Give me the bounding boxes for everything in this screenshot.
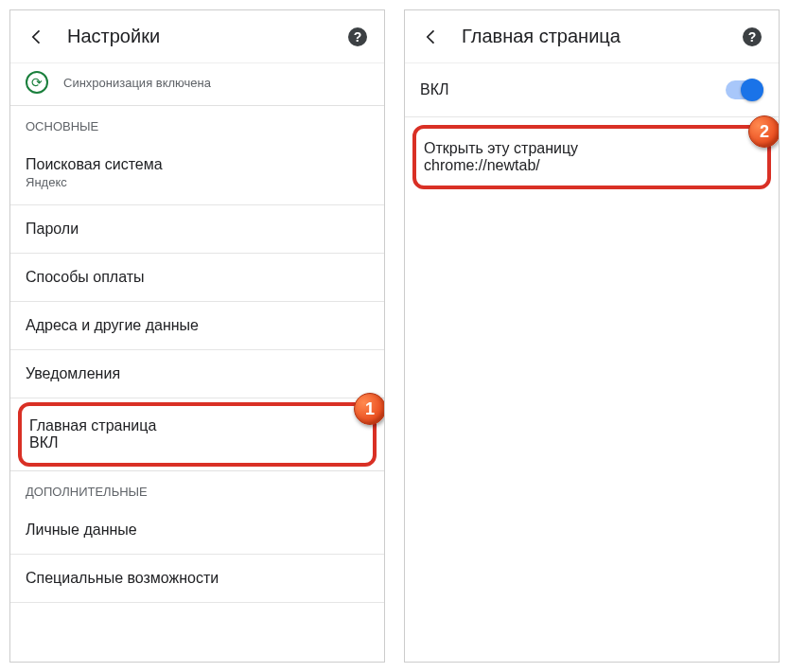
appbar-title: Главная страница: [462, 26, 722, 47]
callout-badge-2: 2: [748, 115, 779, 148]
sync-row[interactable]: ⟳ Синхронизация включена: [10, 63, 384, 105]
item-value: ВКЛ: [29, 434, 365, 451]
item-label: Адреса и другие данные: [26, 317, 369, 334]
settings-content: ⟳ Синхронизация включена ОСНОВНЫЕ Поиско…: [10, 63, 384, 662]
toggle-label: ВКЛ: [420, 81, 449, 98]
help-icon[interactable]: ?: [741, 26, 763, 48]
highlight-open-page: Открыть эту страницу chrome://newtab/ 2: [412, 125, 771, 189]
help-icon[interactable]: ?: [346, 26, 369, 48]
appbar: Настройки ?: [10, 10, 384, 63]
item-value: Яндекс: [26, 175, 369, 189]
back-arrow-icon[interactable]: [420, 26, 443, 48]
item-passwords[interactable]: Пароли: [10, 205, 384, 254]
appbar: Главная страница ?: [405, 10, 779, 63]
appbar-title: Настройки: [67, 26, 327, 47]
item-label: Главная страница: [29, 417, 365, 434]
callout-badge-1: 1: [354, 393, 384, 425]
settings-screen: Настройки ? ⟳ Синхронизация включена ОСН…: [9, 9, 385, 663]
item-search-engine[interactable]: Поисковая система Яндекс: [10, 141, 384, 205]
item-accessibility[interactable]: Специальные возможности: [10, 555, 384, 603]
item-label: Поисковая система: [26, 156, 369, 173]
item-addresses[interactable]: Адреса и другие данные: [10, 302, 384, 350]
item-label: Открыть эту страницу: [424, 140, 760, 157]
item-label: Специальные возможности: [26, 570, 369, 587]
item-value: chrome://newtab/: [424, 157, 760, 174]
section-header-basic: ОСНОВНЫЕ: [10, 105, 384, 141]
item-label: Пароли: [26, 221, 369, 238]
toggle-thumb: [741, 79, 763, 101]
highlight-homepage: Главная страница ВКЛ 1: [18, 402, 377, 467]
toggle-switch[interactable]: [726, 80, 763, 99]
item-label: Способы оплаты: [26, 269, 369, 286]
back-arrow-icon[interactable]: [26, 26, 48, 48]
item-label: Личные данные: [26, 522, 369, 539]
item-privacy[interactable]: Личные данные: [10, 506, 384, 555]
item-label: Уведомления: [26, 365, 369, 382]
sync-icon: ⟳: [26, 71, 48, 94]
item-payments[interactable]: Способы оплаты: [10, 254, 384, 302]
item-notifications[interactable]: Уведомления: [10, 350, 384, 398]
item-open-page[interactable]: Открыть эту страницу chrome://newtab/: [424, 140, 760, 174]
item-homepage[interactable]: Главная страница ВКЛ: [29, 417, 365, 451]
homepage-toggle-row[interactable]: ВКЛ: [405, 63, 779, 117]
homepage-screen: Главная страница ? ВКЛ Открыть эту стран…: [404, 9, 780, 663]
section-header-advanced: ДОПОЛНИТЕЛЬНЫЕ: [10, 470, 384, 506]
sync-subtitle: Синхронизация включена: [63, 76, 211, 90]
homepage-content: ВКЛ Открыть эту страницу chrome://newtab…: [405, 63, 779, 662]
